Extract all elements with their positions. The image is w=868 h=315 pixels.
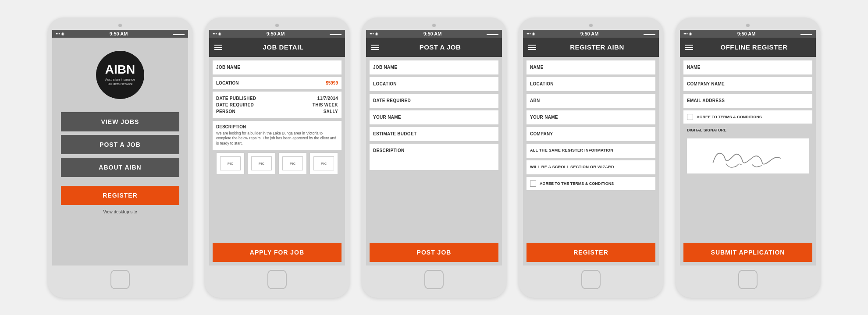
date-required-row: DATE REQUIRED THIS WEEK xyxy=(216,103,338,109)
ra-agree-checkbox-row: AGREE TO THE TERMS & CONDITIONS xyxy=(526,177,655,190)
hamburger-icon-5[interactable] xyxy=(685,45,693,50)
screens-container: ▪▪▪ ◉ 9:50 AM ▬▬▬ AIBN Australian Insura… xyxy=(48,18,820,298)
about-aibn-button[interactable]: ABOUT AIBN xyxy=(61,158,179,177)
post-job-button-action[interactable]: POST JOB xyxy=(370,243,498,262)
camera-2 xyxy=(275,24,279,27)
view-jobs-button[interactable]: VIEW JOBS xyxy=(61,112,179,131)
pic-4[interactable]: PIC xyxy=(309,152,338,174)
ra-scroll-wizard: WILL BE A SCROLL SECTION OR WIZARD xyxy=(526,160,655,174)
digital-sig-label: DIGITAL SIGNATURE xyxy=(683,126,812,134)
hamburger-icon-3[interactable] xyxy=(371,45,379,50)
screen-post-job: ▪▪▪ ◉ 9:50 AM ▬▬▬ POST A JOB JOB NAME LO… xyxy=(366,30,502,265)
phone-job-detail: ▪▪▪ ◉ 9:50 AM ▬▬▬ JOB DETAIL JOB NAME LO… xyxy=(205,18,349,298)
phone-top-5 xyxy=(680,24,816,27)
time-5: 9:50 AM xyxy=(692,31,800,36)
hamburger-icon-4[interactable] xyxy=(528,45,536,50)
ra-name[interactable]: NAME xyxy=(526,60,655,74)
apply-job-button[interactable]: APPLY FOR JOB xyxy=(213,243,342,262)
job-detail-content: JOB NAME LOCATION $5999 DATE PUBLISHED 1… xyxy=(209,57,345,265)
dates-block: DATE PUBLISHED 11/7/2014 DATE REQUIRED T… xyxy=(213,92,342,118)
battery-2: ▬▬▬ xyxy=(330,32,342,36)
header-title-3: POST A JOB xyxy=(384,43,497,51)
ra-company[interactable]: COMPANY xyxy=(526,127,655,141)
register-button[interactable]: REGISTER xyxy=(61,186,179,205)
pics-row: PIC PIC PIC PIC xyxy=(213,152,342,177)
pj-your-name[interactable]: YOUR NAME xyxy=(370,110,498,124)
pic-3[interactable]: PIC xyxy=(278,152,307,174)
pic-1[interactable]: PIC xyxy=(216,152,245,174)
or-company-name[interactable]: COMPANY NAME xyxy=(683,77,812,91)
home-button-2[interactable] xyxy=(267,270,287,289)
time-4: 9:50 AM xyxy=(535,31,644,36)
post-job-button[interactable]: POST A JOB xyxy=(61,135,179,154)
description-box: DESCRIPTION We are looking for a builder… xyxy=(213,121,342,150)
home-button-3[interactable] xyxy=(424,270,444,289)
person-value: SALLY xyxy=(324,109,338,114)
pj-estimate-budget[interactable]: ESTIMATE BUDGET xyxy=(370,127,498,141)
date-req-value: THIS WEEK xyxy=(313,103,338,107)
ra-abn[interactable]: ABN xyxy=(526,94,655,108)
hamburger-icon-2[interactable] xyxy=(214,45,222,50)
pj-date-required[interactable]: DATE REQUIRED xyxy=(370,94,498,108)
home-content: AIBN Australian InsuranceBuilders Networ… xyxy=(52,38,188,265)
or-email-address[interactable]: EMAIL ADDRESS xyxy=(683,94,812,108)
header-register-aibn: REGISTER AIBN xyxy=(523,38,659,57)
signal-2: ▪▪▪ ◉ xyxy=(213,32,221,36)
signature-svg xyxy=(687,138,809,173)
header-title-2: JOB DETAIL xyxy=(227,43,340,51)
pj-description[interactable]: DESCRIPTION xyxy=(370,144,498,170)
camera-5 xyxy=(746,24,750,27)
register-aibn-content: NAME LOCATION ABN YOUR NAME COMPANY ALL … xyxy=(523,57,659,265)
header-offline-register: OFFLINE REGISTER xyxy=(680,38,816,57)
signal-4: ▪▪▪ ◉ xyxy=(526,32,535,36)
time-2: 9:50 AM xyxy=(221,31,330,36)
pic-2[interactable]: PIC xyxy=(247,152,276,174)
header-job-detail: JOB DETAIL xyxy=(209,38,345,57)
time-3: 9:50 AM xyxy=(378,31,487,36)
register-aibn-button[interactable]: REGISTER xyxy=(526,243,655,262)
pj-job-name[interactable]: JOB NAME xyxy=(370,60,498,74)
home-buttons: VIEW JOBS POST A JOB ABOUT AIBN REGISTER xyxy=(61,112,179,205)
signature-area[interactable] xyxy=(687,138,809,173)
view-desktop-link[interactable]: View desktop site xyxy=(103,209,137,214)
logo-main: AIBN xyxy=(105,64,135,76)
screen-job-detail: ▪▪▪ ◉ 9:50 AM ▬▬▬ JOB DETAIL JOB NAME LO… xyxy=(209,30,345,265)
phone-top-4 xyxy=(523,24,659,27)
home-button-1[interactable] xyxy=(110,270,130,289)
screen-offline-register: ▪▪▪ ◉ 9:50 AM ▬▬▬ OFFLINE REGISTER NAME … xyxy=(680,30,816,265)
phone-register-aibn: ▪▪▪ ◉ 9:50 AM ▬▬▬ REGISTER AIBN NAME LOC… xyxy=(519,18,663,298)
location-row: LOCATION $5999 xyxy=(213,77,342,89)
battery-5: ▬▬▬ xyxy=(800,32,812,36)
date-pub-value: 11/7/2014 xyxy=(317,96,338,101)
home-button-5[interactable] xyxy=(738,270,758,289)
home-button-4[interactable] xyxy=(581,270,601,289)
or-agree-checkbox-row: AGREE TO TERMS & CONDITIONS xyxy=(683,110,812,124)
phone-offline-register: ▪▪▪ ◉ 9:50 AM ▬▬▬ OFFLINE REGISTER NAME … xyxy=(676,18,820,298)
desc-label: DESCRIPTION xyxy=(216,124,338,129)
screen-home: ▪▪▪ ◉ 9:50 AM ▬▬▬ AIBN Australian Insura… xyxy=(52,30,188,265)
phone-top-2 xyxy=(209,24,345,27)
phone-home: ▪▪▪ ◉ 9:50 AM ▬▬▬ AIBN Australian Insura… xyxy=(48,18,192,298)
ra-agree-checkbox[interactable] xyxy=(530,181,536,187)
ra-your-name[interactable]: YOUR NAME xyxy=(526,110,655,124)
or-agree-checkbox[interactable] xyxy=(687,114,693,120)
job-name-field: JOB NAME xyxy=(213,60,342,74)
submit-application-button[interactable]: SUBMIT APPLICATION xyxy=(683,243,812,262)
ra-agree-label: AGREE TO THE TERMS & CONDITIONS xyxy=(540,181,614,186)
desc-text: We are looking for a builder in the Lake… xyxy=(216,131,338,147)
screen-register-aibn: ▪▪▪ ◉ 9:50 AM ▬▬▬ REGISTER AIBN NAME LOC… xyxy=(523,30,659,265)
status-bar-3: ▪▪▪ ◉ 9:50 AM ▬▬▬ xyxy=(366,30,502,38)
signal-5: ▪▪▪ ◉ xyxy=(683,32,692,36)
phone-top-3 xyxy=(366,24,502,27)
camera-4 xyxy=(589,24,593,27)
or-name[interactable]: NAME xyxy=(683,60,812,74)
status-bar-1: ▪▪▪ ◉ 9:50 AM ▬▬▬ xyxy=(52,30,188,38)
person-label: PERSON xyxy=(216,109,235,114)
ra-location[interactable]: LOCATION xyxy=(526,77,655,91)
date-req-label: DATE REQUIRED xyxy=(216,103,254,107)
post-job-content: JOB NAME LOCATION DATE REQUIRED YOUR NAM… xyxy=(366,57,502,265)
offline-register-content: NAME COMPANY NAME EMAIL ADDRESS AGREE TO… xyxy=(680,57,816,265)
status-bar-5: ▪▪▪ ◉ 9:50 AM ▬▬▬ xyxy=(680,30,816,38)
pj-location[interactable]: LOCATION xyxy=(370,77,498,91)
or-agree-label: AGREE TO TERMS & CONDITIONS xyxy=(697,115,762,119)
